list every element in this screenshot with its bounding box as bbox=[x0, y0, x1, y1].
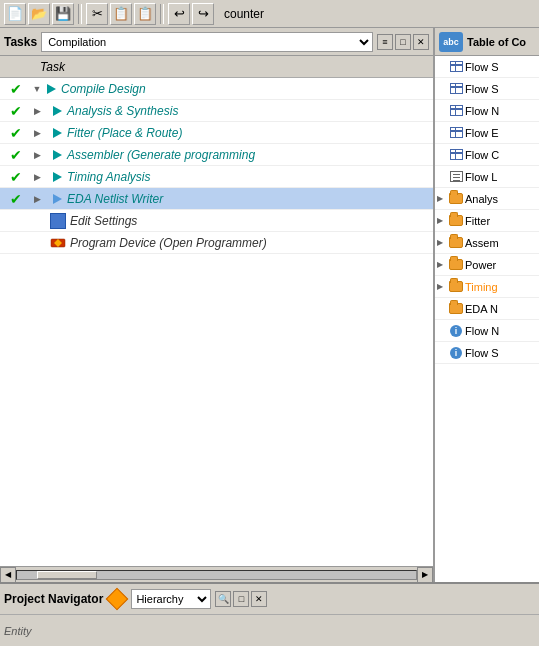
toc-label-power: Power bbox=[465, 259, 496, 271]
abc-badge-icon: abc bbox=[439, 32, 463, 52]
task-row-eda[interactable]: ✔ ▶ EDA Netlist Writer bbox=[0, 188, 433, 210]
toc-expand-assembler-folder[interactable]: ▶ bbox=[437, 238, 447, 247]
toc-icon-flow-s2 bbox=[449, 83, 463, 95]
toc-icon-analysis-folder bbox=[449, 193, 463, 205]
task-row-edit-settings[interactable]: Edit Settings bbox=[0, 210, 433, 232]
expand-timing[interactable]: ▶ bbox=[30, 170, 44, 184]
task-row-assembler[interactable]: ✔ ▶ Assembler (Generate programming bbox=[0, 144, 433, 166]
toc-item-flow-n[interactable]: Flow N bbox=[435, 100, 539, 122]
paste-button[interactable]: 📋 bbox=[134, 3, 156, 25]
toc-icon-flow-s1 bbox=[449, 61, 463, 73]
toc-label-flow-n2: Flow N bbox=[465, 325, 499, 337]
program-device-icon bbox=[50, 235, 66, 251]
indent-eda: ▶ bbox=[30, 192, 44, 206]
panel-icon-2[interactable]: □ bbox=[395, 34, 411, 50]
scroll-right-btn[interactable]: ▶ bbox=[417, 567, 433, 583]
scroll-thumb[interactable] bbox=[37, 571, 97, 579]
open-button[interactable]: 📂 bbox=[28, 3, 50, 25]
edit-settings-icon bbox=[50, 213, 66, 229]
toc-label-assembler: Assem bbox=[465, 237, 499, 249]
task-column-label: Task bbox=[40, 60, 65, 74]
expand-compile-design[interactable]: ▼ bbox=[30, 82, 44, 96]
toc-label-flow-l: Flow L bbox=[465, 171, 497, 183]
bottom-bar: Project Navigator Hierarchy 🔍 □ ✕ bbox=[0, 582, 539, 614]
horizontal-scrollbar[interactable]: ◀ ▶ bbox=[0, 566, 433, 582]
toc-label-flow-s2: Flow S bbox=[465, 83, 499, 95]
redo-button[interactable]: ↪ bbox=[192, 3, 214, 25]
panel-icon-1[interactable]: ≡ bbox=[377, 34, 393, 50]
play-icon-timing bbox=[50, 170, 64, 184]
toc-label-timing: Timing bbox=[465, 281, 498, 293]
indent-compile-design: ▼ bbox=[30, 82, 44, 96]
toc-expand-analysis[interactable]: ▶ bbox=[437, 194, 447, 203]
toolbar-title: counter bbox=[224, 7, 264, 21]
check-timing: ✔ bbox=[2, 169, 30, 185]
bottom-icon-1[interactable]: □ bbox=[233, 591, 249, 607]
project-navigator-title: Project Navigator bbox=[4, 592, 103, 606]
expand-eda[interactable]: ▶ bbox=[30, 192, 44, 206]
undo-button[interactable]: ↩ bbox=[168, 3, 190, 25]
entity-label: Entity bbox=[4, 625, 32, 637]
toc-icon-flow-n bbox=[449, 105, 463, 117]
toc-item-flow-s1[interactable]: Flow S bbox=[435, 56, 539, 78]
task-label-edit-settings: Edit Settings bbox=[70, 214, 137, 228]
save-button[interactable]: 💾 bbox=[52, 3, 74, 25]
hierarchy-dropdown[interactable]: Hierarchy bbox=[131, 589, 211, 609]
task-label-program-device: Program Device (Open Programmer) bbox=[70, 236, 267, 250]
panel-icon-group: ≡ □ ✕ bbox=[377, 34, 429, 50]
toc-label-fitter: Fitter bbox=[465, 215, 490, 227]
toc-header: abc Table of Co bbox=[435, 28, 539, 56]
cut-button[interactable]: ✂ bbox=[86, 3, 108, 25]
toc-item-fitter-folder[interactable]: ▶ Fitter bbox=[435, 210, 539, 232]
bottom-icon-close[interactable]: ✕ bbox=[251, 591, 267, 607]
toc-item-flow-n2[interactable]: i Flow N bbox=[435, 320, 539, 342]
hierarchy-icon bbox=[107, 589, 127, 609]
toc-icon-flow-s3: i bbox=[449, 347, 463, 359]
toc-expand-power-folder[interactable]: ▶ bbox=[437, 260, 447, 269]
bottom-panel-icons: 🔍 □ ✕ bbox=[215, 591, 267, 607]
toc-icon-assembler-folder bbox=[449, 237, 463, 249]
toc-item-flow-c[interactable]: Flow C bbox=[435, 144, 539, 166]
compilation-dropdown[interactable]: Compilation bbox=[41, 32, 373, 52]
toc-expand-timing-folder[interactable]: ▶ bbox=[437, 282, 447, 291]
toc-label-analysis: Analys bbox=[465, 193, 498, 205]
toc-icon-flow-c bbox=[449, 149, 463, 161]
toc-item-analysis-folder[interactable]: ▶ Analys bbox=[435, 188, 539, 210]
indent-analysis-synthesis: ▶ bbox=[30, 104, 44, 118]
tasks-panel-header: Tasks Compilation ≡ □ ✕ bbox=[0, 28, 433, 56]
toc-item-flow-s2[interactable]: Flow S bbox=[435, 78, 539, 100]
task-row-analysis-synthesis[interactable]: ✔ ▶ Analysis & Synthesis bbox=[0, 100, 433, 122]
task-row-fitter[interactable]: ✔ ▶ Fitter (Place & Route) bbox=[0, 122, 433, 144]
bottom-search-btn[interactable]: 🔍 bbox=[215, 591, 231, 607]
toc-label-flow-s3: Flow S bbox=[465, 347, 499, 359]
expand-analysis-synthesis[interactable]: ▶ bbox=[30, 104, 44, 118]
toc-item-flow-s3[interactable]: i Flow S bbox=[435, 342, 539, 364]
toc-item-flow-l[interactable]: Flow L bbox=[435, 166, 539, 188]
toc-list: Flow S Flow S Flow N bbox=[435, 56, 539, 582]
new-button[interactable]: 📄 bbox=[4, 3, 26, 25]
toc-expand-fitter-folder[interactable]: ▶ bbox=[437, 216, 447, 225]
toc-item-timing-folder[interactable]: ▶ Timing bbox=[435, 276, 539, 298]
task-row-compile-design[interactable]: ✔ ▼ Compile Design bbox=[0, 78, 433, 100]
copy-button[interactable]: 📋 bbox=[110, 3, 132, 25]
play-icon-fitter bbox=[50, 126, 64, 140]
task-label-fitter: Fitter (Place & Route) bbox=[67, 126, 182, 140]
toc-label-flow-e: Flow E bbox=[465, 127, 499, 139]
toolbar-separator-1 bbox=[78, 4, 82, 24]
toc-label-flow-n: Flow N bbox=[465, 105, 499, 117]
expand-assembler[interactable]: ▶ bbox=[30, 148, 44, 162]
indent-assembler: ▶ bbox=[30, 148, 44, 162]
toc-item-power-folder[interactable]: ▶ Power bbox=[435, 254, 539, 276]
toc-item-eda-folder[interactable]: EDA N bbox=[435, 298, 539, 320]
task-row-program-device[interactable]: Program Device (Open Programmer) bbox=[0, 232, 433, 254]
toolbar: 📄 📂 💾 ✂ 📋 📋 ↩ ↪ counter bbox=[0, 0, 539, 28]
task-row-timing[interactable]: ✔ ▶ Timing Analysis bbox=[0, 166, 433, 188]
scroll-track[interactable] bbox=[16, 570, 417, 580]
toc-item-assembler-folder[interactable]: ▶ Assem bbox=[435, 232, 539, 254]
task-label-analysis: Analysis & Synthesis bbox=[67, 104, 178, 118]
panel-icon-close[interactable]: ✕ bbox=[413, 34, 429, 50]
expand-fitter[interactable]: ▶ bbox=[30, 126, 44, 140]
scroll-left-btn[interactable]: ◀ bbox=[0, 567, 16, 583]
task-label-assembler: Assembler (Generate programming bbox=[67, 148, 255, 162]
toc-item-flow-e[interactable]: Flow E bbox=[435, 122, 539, 144]
